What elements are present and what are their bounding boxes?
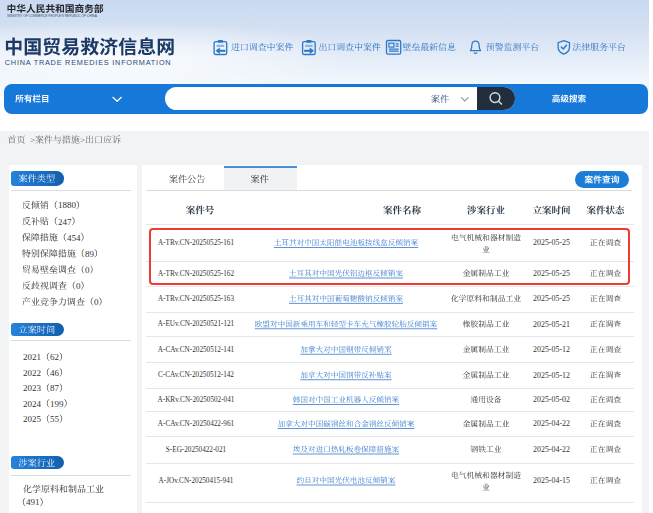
- svg-text:46: 46: [50, 368, 60, 378]
- svg-text:2025-04-22: 2025-04-22: [533, 445, 570, 454]
- svg-text:2025-05-12: 2025-05-12: [533, 345, 570, 354]
- svg-text:A-TRv.CN-20250525-163: A-TRv.CN-20250525-163: [158, 295, 234, 303]
- svg-text:87: 87: [50, 383, 60, 393]
- svg-text:2023: 2023: [23, 383, 42, 393]
- svg-text:2025-05-12: 2025-05-12: [533, 371, 570, 380]
- svg-text:55: 55: [50, 414, 60, 424]
- svg-text:2025-05-25: 2025-05-25: [533, 269, 570, 278]
- svg-text:454: 454: [67, 233, 81, 243]
- svg-text:0: 0: [85, 265, 90, 275]
- svg-text:A-EUv.CN-20250521-121: A-EUv.CN-20250521-121: [158, 320, 235, 328]
- svg-text:247: 247: [58, 217, 72, 227]
- svg-text:0: 0: [76, 281, 81, 291]
- svg-text:MINISTRY OF COMMERCE PEOPLE'S: MINISTRY OF COMMERCE PEOPLE'S REPUBLIC O…: [7, 14, 97, 18]
- svg-text:2025-05-25: 2025-05-25: [533, 294, 570, 303]
- svg-text:CHINA TRADE REMEDIES INFORMATI: CHINA TRADE REMEDIES INFORMATION: [5, 58, 172, 67]
- svg-text:0: 0: [94, 297, 99, 307]
- svg-text:>: >: [80, 135, 85, 145]
- svg-text:2021: 2021: [23, 352, 41, 362]
- svg-text:491: 491: [26, 497, 40, 507]
- svg-text:2025-05-02: 2025-05-02: [533, 395, 570, 404]
- svg-text:A-CAv.CN-20250422-961: A-CAv.CN-20250422-961: [158, 420, 235, 428]
- svg-text:C-CAv.CN-20250512-142: C-CAv.CN-20250512-142: [158, 371, 234, 379]
- svg-text:2025-05-21: 2025-05-21: [533, 320, 570, 329]
- svg-text:199: 199: [50, 399, 64, 409]
- svg-text:A-KRv.CN-20250502-041: A-KRv.CN-20250502-041: [158, 396, 235, 404]
- svg-text:1880: 1880: [58, 200, 77, 210]
- svg-text:2025-04-22: 2025-04-22: [533, 419, 570, 428]
- svg-text:62: 62: [50, 352, 59, 362]
- svg-text:2022: 2022: [23, 368, 41, 378]
- svg-text:A-CAv.CN-20250512-141: A-CAv.CN-20250512-141: [158, 346, 235, 354]
- svg-text:S-EG-20250422-021: S-EG-20250422-021: [166, 446, 227, 454]
- svg-text:2024: 2024: [23, 399, 42, 409]
- svg-text:A-TRv.CN-20250525-161: A-TRv.CN-20250525-161: [158, 239, 234, 247]
- svg-text:2025-04-15: 2025-04-15: [533, 476, 570, 485]
- svg-text:89: 89: [85, 249, 95, 259]
- svg-text:A-TRv.CN-20250525-162: A-TRv.CN-20250525-162: [158, 270, 234, 278]
- svg-text:A-JOv.CN-20250415-941: A-JOv.CN-20250415-941: [159, 477, 234, 485]
- svg-text:2025: 2025: [23, 414, 42, 424]
- svg-text:>: >: [30, 135, 35, 145]
- svg-text:2025-05-25: 2025-05-25: [533, 238, 570, 247]
